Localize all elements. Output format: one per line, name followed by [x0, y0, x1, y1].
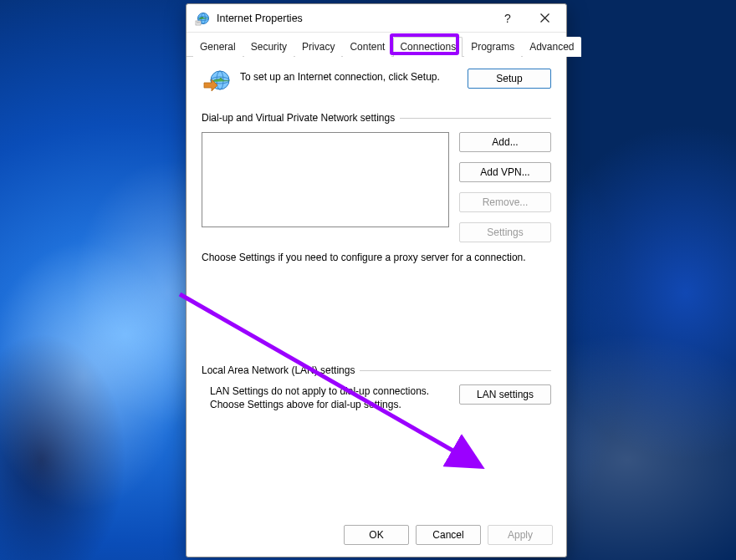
tab-privacy[interactable]: Privacy: [295, 37, 341, 57]
ok-button[interactable]: OK: [344, 525, 409, 545]
lan-legend: Local Area Network (LAN) settings: [202, 364, 360, 376]
help-button[interactable]: ?: [489, 6, 526, 31]
close-button[interactable]: [526, 6, 563, 31]
close-icon: [540, 13, 549, 23]
dialup-legend: Dial-up and Virtual Private Network sett…: [202, 112, 400, 124]
lan-group: Local Area Network (LAN) settings LAN Se…: [202, 364, 551, 411]
titlebar: Internet Properties ?: [187, 4, 566, 33]
dialup-settings-button: Settings: [459, 222, 551, 242]
internet-options-icon: [195, 11, 210, 26]
tab-security[interactable]: Security: [244, 37, 294, 57]
add-button[interactable]: Add...: [459, 132, 551, 152]
globe-arrow-icon: [203, 69, 232, 97]
tab-connections[interactable]: Connections: [393, 37, 463, 57]
internet-properties-dialog: Internet Properties ? General Security P…: [186, 3, 567, 557]
remove-button: Remove...: [459, 192, 551, 212]
dialup-hint: Choose Settings if you need to configure…: [202, 251, 551, 264]
tab-advanced[interactable]: Advanced: [523, 37, 580, 57]
add-vpn-button[interactable]: Add VPN...: [459, 162, 551, 182]
setup-text: To set up an Internet connection, click …: [240, 69, 459, 84]
tab-programs[interactable]: Programs: [464, 37, 521, 57]
cancel-button[interactable]: Cancel: [416, 525, 481, 545]
tab-strip: General Security Privacy Content Connect…: [187, 33, 566, 57]
window-title: Internet Properties: [217, 13, 489, 24]
tab-general[interactable]: General: [193, 37, 243, 57]
dialup-listbox[interactable]: [202, 132, 449, 227]
tab-content-connections: To set up an Internet connection, click …: [187, 57, 566, 517]
lan-settings-button[interactable]: LAN settings: [459, 384, 551, 405]
setup-button[interactable]: Setup: [468, 69, 551, 89]
dialup-group: Dial-up and Virtual Private Network sett…: [202, 112, 551, 264]
apply-button: Apply: [488, 525, 553, 545]
lan-text: LAN Settings do not apply to dial-up con…: [202, 384, 449, 411]
tab-content[interactable]: Content: [343, 37, 391, 57]
dialog-footer: OK Cancel Apply: [187, 517, 566, 557]
svg-rect-3: [196, 21, 201, 25]
